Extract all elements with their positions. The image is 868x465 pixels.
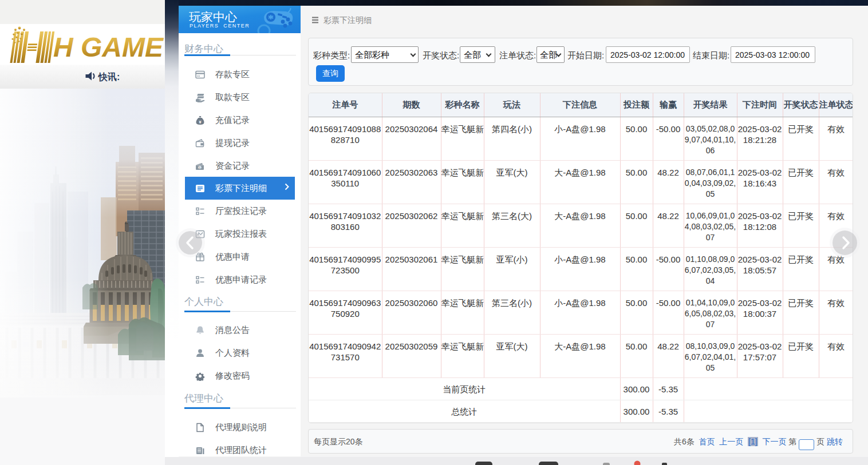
svg-text:¥: ¥	[199, 120, 202, 125]
svg-text:H GAME: H GAME	[53, 32, 164, 62]
